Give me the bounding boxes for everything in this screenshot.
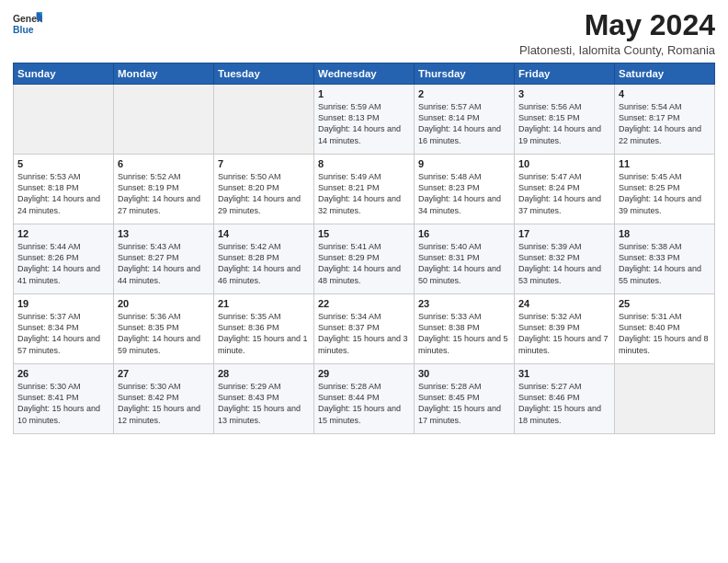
day-info: Sunrise: 5:53 AM Sunset: 8:18 PM Dayligh…	[17, 171, 109, 216]
day-info: Sunrise: 5:28 AM Sunset: 8:44 PM Dayligh…	[318, 381, 410, 426]
calendar-cell	[114, 85, 214, 155]
calendar-cell: 31Sunrise: 5:27 AM Sunset: 8:46 PM Dayli…	[515, 364, 615, 434]
svg-text:Blue: Blue	[13, 25, 34, 35]
day-info: Sunrise: 5:28 AM Sunset: 8:45 PM Dayligh…	[418, 381, 510, 426]
day-info: Sunrise: 5:50 AM Sunset: 8:20 PM Dayligh…	[218, 171, 310, 216]
calendar-cell	[214, 85, 314, 155]
day-number: 17	[518, 228, 610, 239]
title-block: May 2024 Platonesti, Ialomita County, Ro…	[519, 9, 715, 57]
calendar-cell: 28Sunrise: 5:29 AM Sunset: 8:43 PM Dayli…	[214, 364, 314, 434]
day-number: 29	[318, 368, 410, 379]
day-number: 28	[218, 368, 310, 379]
day-info: Sunrise: 5:49 AM Sunset: 8:21 PM Dayligh…	[318, 171, 410, 216]
day-info: Sunrise: 5:59 AM Sunset: 8:13 PM Dayligh…	[318, 101, 410, 146]
page: General Blue May 2024 Platonesti, Ialomi…	[0, 0, 728, 563]
col-header-wednesday: Wednesday	[314, 63, 415, 85]
col-header-monday: Monday	[114, 63, 214, 85]
calendar-cell	[14, 85, 114, 155]
col-header-thursday: Thursday	[415, 63, 515, 85]
day-info: Sunrise: 5:54 AM Sunset: 8:17 PM Dayligh…	[619, 101, 711, 146]
day-info: Sunrise: 5:48 AM Sunset: 8:23 PM Dayligh…	[418, 171, 510, 216]
day-info: Sunrise: 5:30 AM Sunset: 8:41 PM Dayligh…	[17, 381, 109, 426]
col-header-sunday: Sunday	[14, 63, 114, 85]
day-info: Sunrise: 5:37 AM Sunset: 8:34 PM Dayligh…	[17, 311, 109, 356]
day-number: 6	[118, 158, 210, 169]
day-number: 13	[118, 228, 210, 239]
day-number: 15	[318, 228, 410, 239]
calendar-cell: 10Sunrise: 5:47 AM Sunset: 8:24 PM Dayli…	[515, 155, 615, 224]
calendar-cell: 1Sunrise: 5:59 AM Sunset: 8:13 PM Daylig…	[314, 85, 415, 155]
day-info: Sunrise: 5:29 AM Sunset: 8:43 PM Dayligh…	[218, 381, 310, 426]
day-number: 18	[619, 228, 711, 239]
day-number: 21	[218, 298, 310, 309]
calendar-cell: 21Sunrise: 5:35 AM Sunset: 8:36 PM Dayli…	[214, 294, 314, 364]
day-number: 25	[619, 298, 711, 309]
day-info: Sunrise: 5:42 AM Sunset: 8:28 PM Dayligh…	[218, 241, 310, 286]
calendar-cell: 27Sunrise: 5:30 AM Sunset: 8:42 PM Dayli…	[114, 364, 214, 434]
day-number: 31	[518, 368, 610, 379]
day-info: Sunrise: 5:40 AM Sunset: 8:31 PM Dayligh…	[418, 241, 510, 286]
day-number: 12	[17, 228, 109, 239]
day-info: Sunrise: 5:27 AM Sunset: 8:46 PM Dayligh…	[518, 381, 610, 426]
day-number: 19	[17, 298, 109, 309]
day-number: 24	[518, 298, 610, 309]
day-info: Sunrise: 5:38 AM Sunset: 8:33 PM Dayligh…	[619, 241, 711, 286]
day-info: Sunrise: 5:39 AM Sunset: 8:32 PM Dayligh…	[518, 241, 610, 286]
day-number: 9	[418, 158, 510, 169]
calendar-cell: 16Sunrise: 5:40 AM Sunset: 8:31 PM Dayli…	[415, 224, 515, 294]
calendar-cell: 17Sunrise: 5:39 AM Sunset: 8:32 PM Dayli…	[515, 224, 615, 294]
calendar-cell: 8Sunrise: 5:49 AM Sunset: 8:21 PM Daylig…	[314, 155, 415, 224]
day-number: 4	[619, 88, 711, 99]
col-header-tuesday: Tuesday	[214, 63, 314, 85]
calendar-cell: 12Sunrise: 5:44 AM Sunset: 8:26 PM Dayli…	[14, 224, 114, 294]
day-number: 23	[418, 298, 510, 309]
calendar-cell: 2Sunrise: 5:57 AM Sunset: 8:14 PM Daylig…	[415, 85, 515, 155]
col-header-saturday: Saturday	[615, 63, 715, 85]
calendar-cell: 25Sunrise: 5:31 AM Sunset: 8:40 PM Dayli…	[615, 294, 715, 364]
day-number: 3	[518, 88, 610, 99]
calendar-cell: 5Sunrise: 5:53 AM Sunset: 8:18 PM Daylig…	[14, 155, 114, 224]
calendar-table: SundayMondayTuesdayWednesdayThursdayFrid…	[13, 63, 715, 434]
day-number: 8	[318, 158, 410, 169]
calendar-cell: 18Sunrise: 5:38 AM Sunset: 8:33 PM Dayli…	[615, 224, 715, 294]
day-number: 5	[17, 158, 109, 169]
col-header-friday: Friday	[515, 63, 615, 85]
calendar-cell: 6Sunrise: 5:52 AM Sunset: 8:19 PM Daylig…	[114, 155, 214, 224]
calendar-cell: 7Sunrise: 5:50 AM Sunset: 8:20 PM Daylig…	[214, 155, 314, 224]
calendar-cell: 24Sunrise: 5:32 AM Sunset: 8:39 PM Dayli…	[515, 294, 615, 364]
calendar-cell: 3Sunrise: 5:56 AM Sunset: 8:15 PM Daylig…	[515, 85, 615, 155]
logo-icon: General Blue	[13, 9, 42, 39]
day-number: 1	[318, 88, 410, 99]
day-info: Sunrise: 5:35 AM Sunset: 8:36 PM Dayligh…	[218, 311, 310, 356]
calendar-cell: 11Sunrise: 5:45 AM Sunset: 8:25 PM Dayli…	[615, 155, 715, 224]
day-info: Sunrise: 5:52 AM Sunset: 8:19 PM Dayligh…	[118, 171, 210, 216]
calendar-cell	[615, 364, 715, 434]
day-info: Sunrise: 5:31 AM Sunset: 8:40 PM Dayligh…	[619, 311, 711, 356]
day-info: Sunrise: 5:33 AM Sunset: 8:38 PM Dayligh…	[418, 311, 510, 356]
day-number: 27	[118, 368, 210, 379]
calendar-cell: 30Sunrise: 5:28 AM Sunset: 8:45 PM Dayli…	[415, 364, 515, 434]
day-info: Sunrise: 5:36 AM Sunset: 8:35 PM Dayligh…	[118, 311, 210, 356]
day-number: 26	[17, 368, 109, 379]
day-info: Sunrise: 5:32 AM Sunset: 8:39 PM Dayligh…	[518, 311, 610, 356]
calendar-subtitle: Platonesti, Ialomita County, Romania	[519, 43, 715, 57]
calendar-cell: 22Sunrise: 5:34 AM Sunset: 8:37 PM Dayli…	[314, 294, 415, 364]
calendar-cell: 19Sunrise: 5:37 AM Sunset: 8:34 PM Dayli…	[14, 294, 114, 364]
day-info: Sunrise: 5:34 AM Sunset: 8:37 PM Dayligh…	[318, 311, 410, 356]
day-number: 10	[518, 158, 610, 169]
calendar-cell: 26Sunrise: 5:30 AM Sunset: 8:41 PM Dayli…	[14, 364, 114, 434]
day-info: Sunrise: 5:56 AM Sunset: 8:15 PM Dayligh…	[518, 101, 610, 146]
day-info: Sunrise: 5:30 AM Sunset: 8:42 PM Dayligh…	[118, 381, 210, 426]
day-info: Sunrise: 5:57 AM Sunset: 8:14 PM Dayligh…	[418, 101, 510, 146]
calendar-cell: 15Sunrise: 5:41 AM Sunset: 8:29 PM Dayli…	[314, 224, 415, 294]
day-number: 14	[218, 228, 310, 239]
day-number: 16	[418, 228, 510, 239]
calendar-cell: 20Sunrise: 5:36 AM Sunset: 8:35 PM Dayli…	[114, 294, 214, 364]
calendar-cell: 13Sunrise: 5:43 AM Sunset: 8:27 PM Dayli…	[114, 224, 214, 294]
calendar-cell: 9Sunrise: 5:48 AM Sunset: 8:23 PM Daylig…	[415, 155, 515, 224]
day-info: Sunrise: 5:45 AM Sunset: 8:25 PM Dayligh…	[619, 171, 711, 216]
day-number: 7	[218, 158, 310, 169]
logo: General Blue	[13, 9, 46, 39]
calendar-cell: 4Sunrise: 5:54 AM Sunset: 8:17 PM Daylig…	[615, 85, 715, 155]
calendar-cell: 14Sunrise: 5:42 AM Sunset: 8:28 PM Dayli…	[214, 224, 314, 294]
